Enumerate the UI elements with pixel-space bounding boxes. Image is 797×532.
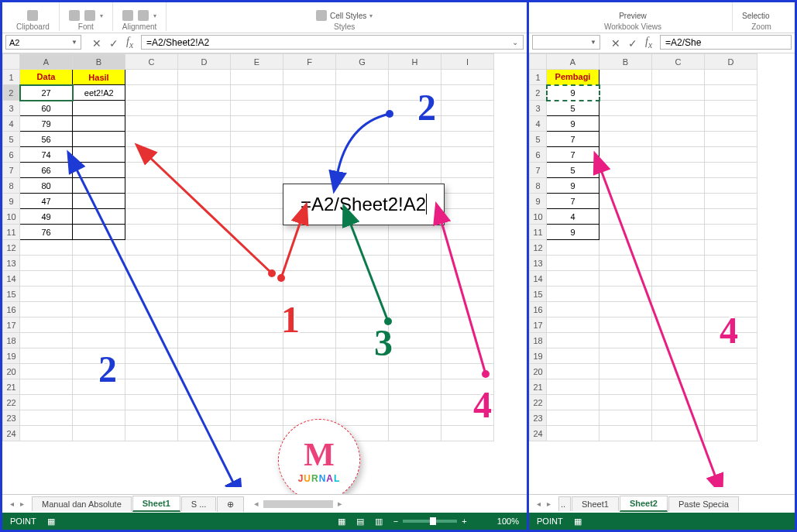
cell[interactable] xyxy=(599,85,652,101)
row-header[interactable]: 19 xyxy=(530,348,547,364)
cell[interactable] xyxy=(231,85,283,101)
cell[interactable] xyxy=(231,364,283,379)
cell[interactable] xyxy=(125,194,178,209)
ribbon-group-views[interactable]: Preview Workbook Views xyxy=(534,2,733,31)
cell[interactable] xyxy=(231,287,283,302)
cell[interactable] xyxy=(283,163,336,178)
cell[interactable] xyxy=(231,178,283,194)
cell[interactable] xyxy=(547,333,599,348)
row-header[interactable]: 24 xyxy=(3,426,20,441)
cell[interactable]: 9 xyxy=(547,85,599,101)
cell[interactable] xyxy=(389,348,441,364)
col-header[interactable]: C xyxy=(125,54,178,70)
cell[interactable]: 7 xyxy=(547,147,599,163)
col-header[interactable]: I xyxy=(441,54,494,70)
chevron-down-icon[interactable]: ▾ xyxy=(100,12,103,19)
col-header[interactable]: A xyxy=(547,54,599,70)
row-header[interactable]: 10 xyxy=(530,209,547,225)
row-header[interactable]: 8 xyxy=(3,178,20,194)
cell[interactable] xyxy=(231,426,283,441)
cell[interactable] xyxy=(389,225,441,240)
cell[interactable] xyxy=(20,256,73,271)
cell[interactable] xyxy=(652,147,705,163)
cell[interactable] xyxy=(389,132,441,147)
col-header[interactable]: D xyxy=(705,54,757,70)
cell[interactable] xyxy=(599,348,652,364)
col-header[interactable]: H xyxy=(389,54,441,70)
cell[interactable] xyxy=(178,395,231,410)
row-header[interactable]: 5 xyxy=(3,132,20,147)
cell[interactable] xyxy=(283,348,336,364)
cell[interactable] xyxy=(178,256,231,271)
cell[interactable] xyxy=(441,101,494,116)
cell[interactable]: Pembagi xyxy=(547,70,599,85)
cell[interactable] xyxy=(336,395,389,410)
cell[interactable] xyxy=(125,225,178,240)
chevron-down-icon[interactable]: ▾ xyxy=(369,12,373,19)
row-header[interactable]: 16 xyxy=(3,302,20,317)
cell[interactable] xyxy=(178,271,231,287)
row-header[interactable]: 1 xyxy=(3,70,20,85)
cell[interactable]: 9 xyxy=(547,116,599,132)
ribbon-group-styles[interactable]: Cell Styles▾ Styles xyxy=(167,2,522,31)
cell[interactable] xyxy=(178,333,231,348)
cell[interactable]: 5 xyxy=(547,163,599,178)
cell[interactable] xyxy=(441,271,494,287)
cell[interactable] xyxy=(125,101,178,116)
cell[interactable] xyxy=(705,364,757,379)
cell[interactable] xyxy=(20,364,73,379)
cell[interactable] xyxy=(599,194,652,209)
cell[interactable]: 49 xyxy=(20,209,73,225)
cell[interactable] xyxy=(73,209,125,225)
cell[interactable] xyxy=(20,302,73,317)
cell[interactable] xyxy=(599,379,652,395)
cell[interactable] xyxy=(389,302,441,317)
align-icon[interactable] xyxy=(122,10,133,21)
cell[interactable] xyxy=(441,256,494,271)
cell[interactable] xyxy=(73,410,125,426)
fx-icon[interactable]: fx xyxy=(645,36,652,50)
cell[interactable] xyxy=(231,410,283,426)
cell[interactable]: 5 xyxy=(547,101,599,116)
cancel-icon[interactable]: ✕ xyxy=(92,37,101,50)
cell[interactable]: 7 xyxy=(547,132,599,147)
tab-sheet1[interactable]: Sheet1 xyxy=(132,496,180,512)
cell[interactable] xyxy=(336,147,389,163)
cell[interactable] xyxy=(705,426,757,441)
cell[interactable] xyxy=(73,395,125,410)
cell[interactable] xyxy=(389,395,441,410)
row-header[interactable]: 22 xyxy=(3,395,20,410)
cell[interactable] xyxy=(652,348,705,364)
cell[interactable] xyxy=(178,379,231,395)
cell[interactable] xyxy=(389,147,441,163)
ribbon-group-zoom[interactable]: Selectio Zoom xyxy=(733,2,790,31)
cell[interactable] xyxy=(599,101,652,116)
cell[interactable] xyxy=(652,132,705,147)
cell[interactable] xyxy=(389,240,441,256)
cell[interactable] xyxy=(231,101,283,116)
cell[interactable] xyxy=(178,194,231,209)
cell[interactable] xyxy=(441,348,494,364)
cell[interactable] xyxy=(125,379,178,395)
cell[interactable] xyxy=(441,426,494,441)
cell[interactable] xyxy=(73,271,125,287)
row-header[interactable]: 2 xyxy=(530,85,547,101)
row-header[interactable]: 1 xyxy=(530,70,547,85)
fill-icon[interactable] xyxy=(84,10,95,21)
row-header[interactable]: 9 xyxy=(3,194,20,209)
cell[interactable] xyxy=(652,209,705,225)
cell[interactable] xyxy=(705,395,757,410)
row-header[interactable]: 21 xyxy=(530,379,547,395)
cell[interactable] xyxy=(547,271,599,287)
row-header[interactable]: 9 xyxy=(530,194,547,209)
tab-manual[interactable]: Manual dan Absolute xyxy=(32,496,132,511)
formula-bar-right[interactable]: =A2/She xyxy=(660,35,792,50)
zoom-slider[interactable]: −+ xyxy=(393,517,486,526)
row-header[interactable]: 13 xyxy=(530,256,547,271)
cell[interactable] xyxy=(705,256,757,271)
cell[interactable] xyxy=(283,116,336,132)
cell[interactable] xyxy=(652,178,705,194)
cell[interactable] xyxy=(441,194,494,209)
cell[interactable] xyxy=(20,271,73,287)
cell[interactable] xyxy=(283,225,336,240)
